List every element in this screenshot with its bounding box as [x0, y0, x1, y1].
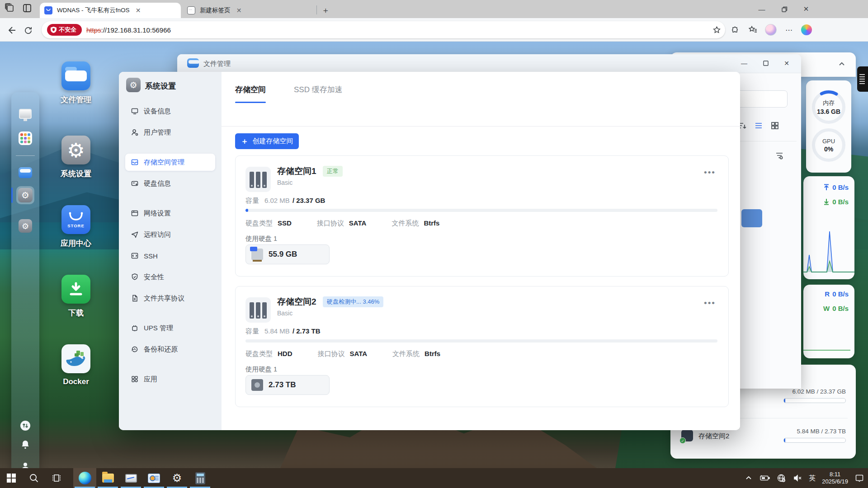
taskbar-clock[interactable]: 8:112025/6/19 [822, 471, 848, 485]
taskbar-explorer-button[interactable] [96, 468, 119, 488]
dock-system-settings-active[interactable]: ⚙ [16, 186, 34, 204]
profile-avatar[interactable] [765, 24, 777, 36]
taskbar-sysinfo-button[interactable] [142, 468, 165, 488]
tab-search-icon[interactable] [23, 4, 32, 14]
back-button[interactable] [5, 24, 18, 37]
edge-sidebar-handle[interactable] [857, 66, 868, 92]
network-icon [131, 209, 139, 217]
collapse-chevron-icon[interactable] [838, 60, 846, 70]
extensions-icon[interactable] [729, 24, 741, 36]
taskbar-search-button[interactable] [23, 468, 45, 488]
nav-item-ssh[interactable]: SSH [125, 247, 215, 264]
list-view-icon[interactable] [754, 121, 763, 132]
resource-monitor-icon [125, 474, 137, 483]
start-button[interactable] [0, 468, 23, 488]
nav-item-backup-restore[interactable]: 备份和还原 [125, 341, 215, 358]
task-view-button[interactable] [45, 468, 68, 488]
fm-maximize-button[interactable] [756, 56, 776, 70]
nav-item-device-info[interactable]: 设备信息 [125, 103, 215, 120]
gear-icon: ⚙ [18, 188, 33, 202]
nav-item-storage-management[interactable]: 存储空间管理 [125, 154, 215, 171]
nav-item-user-management[interactable]: 用户管理 [125, 124, 215, 141]
file-manager-titlebar[interactable]: 文件管理 — ✕ [177, 54, 801, 73]
window-close-button[interactable]: ✕ [795, 0, 817, 18]
tab-ssd-cache[interactable]: SSD 缓存加速 [294, 84, 343, 103]
volume-usage-bar [783, 438, 846, 443]
dock-transfer[interactable] [16, 417, 34, 435]
dock-user[interactable] [16, 457, 34, 468]
address-bar[interactable]: 不安全 https://192.168.31.10:56966 [42, 21, 725, 38]
fm-close-button[interactable]: ✕ [777, 56, 797, 70]
ime-indicator[interactable]: 英 [809, 474, 816, 483]
dock-desktop-monitor[interactable] [16, 105, 34, 123]
grid-view-icon[interactable] [770, 121, 779, 132]
tab-storage-space[interactable]: 存储空间 [235, 84, 266, 103]
system-settings-window[interactable]: ⚙ 系统设置 — ✕ 设备信息 用户管理 存储空间管理 硬盘信息 [119, 72, 740, 430]
tab-divider [316, 5, 317, 14]
network-chart [803, 221, 854, 276]
capacity-bar [245, 339, 717, 343]
folder-icon [187, 58, 199, 68]
taskbar-resource-monitor-button[interactable] [119, 468, 142, 488]
desktop-icon-app-center[interactable]: STORE 应用中心 [49, 205, 103, 249]
nav-item-ups-management[interactable]: UPS 管理 [125, 319, 215, 337]
dock-notifications[interactable] [16, 436, 34, 454]
desktop-icon-system-settings[interactable]: ⚙ 系统设置 [49, 136, 103, 179]
nav-item-network-settings[interactable]: 网络设置 [125, 205, 215, 222]
explorer-icon [102, 474, 114, 483]
new-tab-button[interactable]: ＋ [319, 5, 332, 16]
favorites-list-icon[interactable] [747, 24, 759, 36]
disk-chart [803, 340, 854, 354]
disk-chip[interactable]: 2.73 TB [245, 375, 330, 395]
fm-minimize-button[interactable]: — [734, 56, 754, 70]
browser-tab-wdnas[interactable]: WDNAS - 飞牛私有云fnOS ✕ [40, 3, 181, 18]
volume-usage-bar [783, 398, 846, 403]
copilot-icon[interactable] [801, 24, 812, 35]
volume-muted-icon[interactable] [793, 468, 802, 488]
dock-app-grid[interactable] [16, 129, 34, 147]
nav-item-remote-access[interactable]: 远程访问 [125, 226, 215, 243]
storage-card-2: 存储空间2 硬盘检测中... 3.46% Basic ••• 容量5.84 MB… [235, 286, 729, 407]
taskbar-settings-button[interactable]: ⚙ [165, 468, 189, 488]
user-icon [20, 461, 31, 468]
card-more-button[interactable]: ••• [704, 298, 716, 308]
card-more-button[interactable]: ••• [704, 168, 716, 178]
fnos-dock: ⚙ ⚙ ⚙ [11, 92, 39, 468]
nav-item-security[interactable]: 安全性 [125, 268, 215, 286]
desktop-icon-downloads[interactable]: 下载 [49, 275, 103, 318]
action-center-button[interactable] [854, 468, 864, 488]
refresh-button[interactable] [22, 24, 34, 37]
filter-icon[interactable] [775, 151, 784, 162]
desktop-icon-file-manager[interactable]: 文件管理 [49, 61, 103, 105]
gpu-gauge: GPU0% [812, 128, 845, 162]
gear-icon: ⚙ [172, 472, 182, 484]
system-tray: 英 8:112025/6/19 [744, 468, 864, 488]
nav-item-file-sharing[interactable]: 文件共享协议 [125, 290, 215, 307]
disk-chip[interactable]: 55.9 GB [245, 244, 330, 264]
browser-tab-newtab[interactable]: 新建标签页 ✕ [183, 3, 314, 18]
network-globe-icon[interactable] [776, 468, 786, 488]
tab-close-icon[interactable]: ✕ [134, 6, 142, 14]
dock-system-settings-2[interactable]: ⚙ [16, 217, 34, 235]
check-icon: ✓ [679, 437, 686, 444]
tray-expand-chevron[interactable] [744, 468, 754, 488]
ups-plug-icon [131, 324, 139, 332]
taskbar-edge-button[interactable] [73, 468, 96, 488]
window-minimize-button[interactable]: — [750, 0, 773, 18]
window-restore-button[interactable] [773, 0, 796, 18]
desktop-icon-docker[interactable]: Docker [49, 344, 103, 386]
bookmark-star-icon[interactable] [711, 24, 722, 36]
tab-close-icon[interactable]: ✕ [235, 6, 243, 14]
browser-menu-icon[interactable]: ⋯ [783, 24, 795, 36]
security-warning-badge[interactable]: 不安全 [47, 24, 82, 36]
workspaces-icon[interactable] [5, 3, 15, 15]
users-icon [131, 128, 139, 136]
download-icon [61, 275, 90, 304]
create-storage-button[interactable]: ＋ 创建存储空间 [235, 133, 299, 149]
selected-item-highlight[interactable] [741, 209, 762, 227]
battery-charging-icon[interactable] [760, 468, 770, 488]
taskbar-calculator-button[interactable] [189, 468, 212, 488]
dock-file-manager[interactable] [16, 164, 34, 182]
nav-item-disk-info[interactable]: 硬盘信息 [125, 175, 215, 192]
nav-item-applications[interactable]: 应用 [125, 371, 215, 388]
